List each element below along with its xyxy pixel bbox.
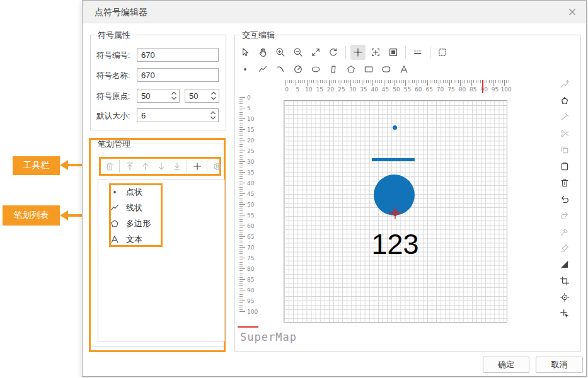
redo-button[interactable]	[557, 210, 572, 221]
point-shape[interactable]	[393, 125, 397, 130]
delete-stroke-button[interactable]	[101, 159, 117, 173]
draw-rounded-rectangle-button[interactable]	[379, 62, 394, 77]
line-shape[interactable]	[372, 158, 415, 161]
draw-ellipse-button[interactable]	[308, 62, 323, 77]
zoom-out-button[interactable]	[291, 45, 306, 60]
trim-button[interactable]	[557, 112, 572, 123]
draw-arc-button[interactable]	[273, 62, 288, 77]
text-shape[interactable]: 123	[346, 230, 444, 258]
move-bottom-icon	[171, 161, 183, 172]
hand-icon	[257, 47, 268, 58]
pick-fill-style-button[interactable]	[557, 243, 572, 254]
move-top-button[interactable]	[122, 159, 137, 173]
selection-frame-button[interactable]	[435, 45, 450, 60]
ruler-tick-label: 15	[247, 127, 254, 133]
stroke-list-item[interactable]: 点状	[98, 184, 224, 200]
cancel-button[interactable]: 取消	[536, 357, 583, 373]
snap-button[interactable]	[557, 308, 572, 319]
pentagon-icon	[109, 218, 120, 229]
draw-rectangle-button[interactable]	[361, 62, 376, 77]
center-origin-button[interactable]	[557, 292, 572, 303]
chevron-down-icon	[171, 96, 177, 100]
ruler-tick-label: 20	[325, 86, 337, 93]
move-bottom-button[interactable]	[169, 159, 185, 173]
crop-icon	[559, 275, 570, 287]
symbol-origin-button[interactable]	[350, 45, 366, 60]
pick-fill-style-icon	[559, 243, 570, 254]
ruler-tick-label: 35	[358, 86, 369, 93]
add-stroke-button[interactable]	[189, 159, 205, 173]
fill-diagonal-icon	[559, 259, 570, 270]
symbol-code-input[interactable]	[137, 48, 219, 62]
stepper-buttons[interactable]	[169, 89, 178, 102]
add-node-button[interactable]	[557, 79, 572, 90]
stroke-toolbar	[99, 157, 221, 176]
toolbar-separator	[430, 46, 430, 59]
default-size-input[interactable]	[137, 108, 219, 122]
cut-button[interactable]	[557, 128, 572, 139]
chevron-down-icon	[210, 116, 216, 120]
origin-frame-button[interactable]	[368, 45, 383, 60]
crop-button[interactable]	[557, 275, 572, 287]
edit-nodes-button[interactable]	[557, 95, 572, 106]
copy-button[interactable]	[557, 144, 572, 156]
ruler-tick-label: 0	[247, 94, 251, 101]
symbol-canvas[interactable]: 123	[284, 100, 507, 323]
ok-button[interactable]: 确定	[483, 357, 529, 373]
ruler-tick-label: 45	[380, 86, 391, 93]
point-symbol-editor-dialog: 点符号编辑器 符号属性 符号编号: 符号名称: 符号原点: 默认大小:	[82, 0, 587, 377]
stroke-item-label: 多边形	[126, 218, 151, 229]
stroke-settings-button[interactable]	[209, 159, 225, 173]
zoom-in-icon	[275, 47, 286, 58]
ruler-tick-label: 75	[446, 86, 457, 93]
delete-object-button[interactable]	[557, 177, 572, 188]
parallelogram-icon	[328, 64, 339, 75]
draw-dot-icon	[109, 186, 120, 198]
close-button[interactable]	[567, 6, 578, 18]
draw-polygon-button[interactable]	[343, 62, 359, 77]
stroke-list-item[interactable]: 文本	[98, 231, 224, 247]
symbol-name-label: 符号名称:	[96, 69, 130, 83]
draw-text-button[interactable]	[396, 62, 412, 77]
undo-button[interactable]	[557, 193, 572, 205]
background-fill-button[interactable]	[386, 45, 401, 60]
stepper-buttons[interactable]	[208, 109, 217, 122]
ruler-tick-label: 55	[401, 86, 413, 93]
draw-polyline-button[interactable]	[255, 62, 270, 77]
select-button[interactable]	[238, 45, 253, 60]
fit-extent-button[interactable]	[308, 45, 323, 60]
trash-icon	[104, 161, 115, 172]
zoom-in-button[interactable]	[273, 45, 288, 60]
gear-icon	[212, 161, 223, 172]
stroke-list-item[interactable]: 多边形	[98, 215, 224, 231]
pan-button[interactable]	[255, 45, 270, 60]
move-top-icon	[124, 161, 135, 172]
move-up-icon	[140, 161, 151, 172]
refresh-button[interactable]	[326, 45, 341, 60]
ruler-tick-label: 10	[247, 116, 254, 122]
arc-icon	[275, 64, 286, 75]
move-down-button[interactable]	[153, 159, 169, 173]
default-size-stepper	[137, 108, 219, 122]
line-display-button[interactable]	[410, 45, 425, 60]
copy-icon	[559, 144, 570, 156]
refresh-icon	[328, 47, 339, 58]
paste-button[interactable]	[557, 161, 572, 172]
ruler-tick-label: 10	[303, 86, 314, 93]
origin-x-stepper	[137, 89, 180, 103]
pick-line-style-button[interactable]	[557, 226, 572, 238]
move-up-button[interactable]	[137, 159, 153, 173]
draw-point-button[interactable]	[238, 62, 253, 77]
draw-circle-button[interactable]	[291, 62, 306, 77]
stroke-list-item[interactable]: 线状	[98, 200, 224, 215]
ruler-tick-label: 35	[247, 169, 254, 176]
text-a-icon	[398, 64, 410, 75]
draw-parallelogram-button[interactable]	[326, 62, 341, 77]
symbol-name-input[interactable]	[137, 68, 219, 82]
pentagon-icon	[345, 64, 357, 75]
fill-style-button[interactable]	[557, 259, 572, 270]
ruler-tick-label: 5	[247, 105, 251, 112]
ruler-tick-label: 65	[247, 234, 254, 240]
stepper-buttons[interactable]	[209, 89, 218, 102]
polyline-icon	[257, 64, 268, 75]
